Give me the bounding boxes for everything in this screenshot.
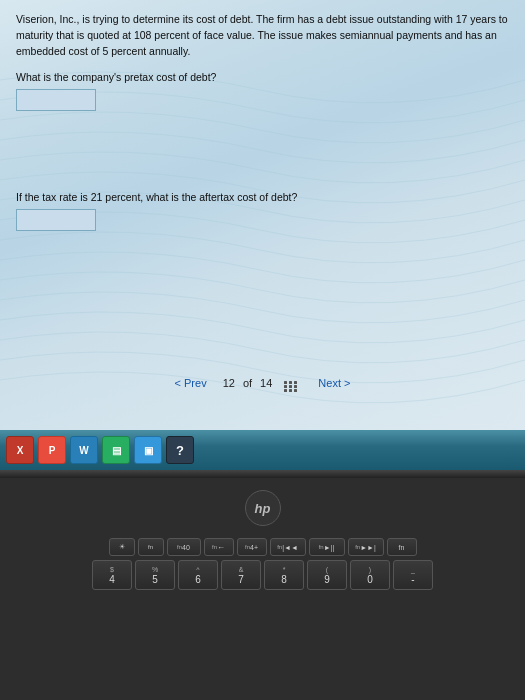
key-7-label: 7	[238, 574, 244, 585]
hp-logo-text: hp	[255, 501, 271, 516]
key-9-label: 9	[324, 574, 330, 585]
key-9[interactable]: ( 9	[307, 560, 347, 590]
prev-button[interactable]: < Prev	[175, 377, 207, 389]
key-minus[interactable]: _ -	[393, 560, 433, 590]
key-minus-label: -	[411, 574, 414, 585]
answer-input-2[interactable]	[16, 209, 96, 231]
key-fn-sun[interactable]: ☀	[109, 538, 135, 556]
taskbar: X P W ▤ ▣ ?	[0, 430, 525, 470]
key-6-label: 6	[195, 574, 201, 585]
key-fn-play[interactable]: fn ►||	[309, 538, 345, 556]
pp-label: P	[49, 445, 56, 456]
key-fn-next[interactable]: fn ►►|	[348, 538, 384, 556]
key-5[interactable]: % 5	[135, 560, 175, 590]
key-fn-40[interactable]: fn 40	[167, 538, 201, 556]
key-7[interactable]: & 7	[221, 560, 261, 590]
help-label: ?	[176, 443, 184, 458]
taskbar-button-word[interactable]: W	[70, 436, 98, 464]
word-label: W	[79, 445, 88, 456]
key-4[interactable]: $ 4	[92, 560, 132, 590]
main-question-text: Viserion, Inc., is trying to determine i…	[16, 12, 509, 59]
next-button[interactable]: Next >	[318, 377, 350, 389]
key-0[interactable]: ) 0	[350, 560, 390, 590]
keyboard-main-row: $ 4 % 5 ^ 6 & 7 * 8 ( 9	[23, 560, 503, 590]
hp-logo-area: hp	[245, 478, 281, 538]
question2-label: If the tax rate is 21 percent, what is t…	[16, 191, 509, 203]
taskbar-button-media[interactable]: ▣	[134, 436, 162, 464]
taskbar-button-image[interactable]: ▤	[102, 436, 130, 464]
img-label: ▤	[112, 445, 121, 456]
page-current: 12	[223, 377, 235, 389]
question1-label: What is the company's pretax cost of deb…	[16, 71, 509, 83]
key-fn-1[interactable]: fn	[138, 538, 164, 556]
page-separator: of	[243, 377, 252, 389]
key-8[interactable]: * 8	[264, 560, 304, 590]
taskbar-button-help[interactable]: ?	[166, 436, 194, 464]
key-4-label: 4	[109, 574, 115, 585]
media-label: ▣	[144, 445, 153, 456]
page-info: 12 of 14	[223, 374, 303, 392]
grid-icon[interactable]	[284, 374, 298, 392]
key-fn-back[interactable]: fn ←	[204, 538, 234, 556]
excel-label: X	[17, 445, 24, 456]
page-total: 14	[260, 377, 272, 389]
keyboard-area: ☀ fn fn 40 fn ← fn 4+ fn |◄◄ fn ►|| fn ►…	[23, 538, 503, 700]
key-6[interactable]: ^ 6	[178, 560, 218, 590]
navigation-bar: < Prev 12 of 14 Next >	[0, 366, 525, 400]
keyboard-fn-row: ☀ fn fn 40 fn ← fn 4+ fn |◄◄ fn ►|| fn ►…	[23, 538, 503, 556]
hp-logo: hp	[245, 490, 281, 526]
laptop-body: hp ☀ fn fn 40 fn ← fn 4+ fn |◄◄ fn ►|| f…	[0, 470, 525, 700]
laptop-hinge	[0, 470, 525, 478]
key-8-label: 8	[281, 574, 287, 585]
key-fn-prev[interactable]: fn |◄◄	[270, 538, 306, 556]
key-fn-vol[interactable]: fn 4+	[237, 538, 267, 556]
key-0-label: 0	[367, 574, 373, 585]
answer-input-1[interactable]	[16, 89, 96, 111]
taskbar-button-powerpoint[interactable]: P	[38, 436, 66, 464]
key-5-label: 5	[152, 574, 158, 585]
taskbar-button-excel[interactable]: X	[6, 436, 34, 464]
key-fn-extra[interactable]: fn	[387, 538, 417, 556]
screen: Viserion, Inc., is trying to determine i…	[0, 0, 525, 430]
